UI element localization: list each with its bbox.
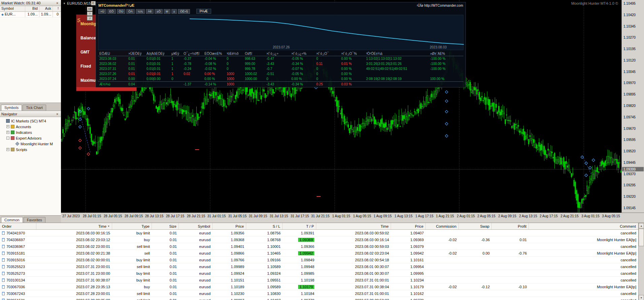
mw-column-item: ! bbox=[53, 6, 60, 11]
history-row[interactable]: 7035252732023.07.31 23:00:00buy limit0.0… bbox=[0, 270, 644, 277]
commander-button-item[interactable]: ÓÈ»§ bbox=[178, 9, 190, 14]
history-cell-price: 1.09995 bbox=[391, 271, 426, 275]
chevron-down-icon[interactable]: ▼ bbox=[63, 2, 66, 5]
history-cell-symbol: eurusd bbox=[179, 238, 213, 242]
history-col-swap[interactable]: Swap bbox=[459, 223, 492, 229]
expert-toggle-button[interactable]: E bbox=[91, 1, 96, 5]
tab-symbols[interactable]: Symbols bbox=[1, 105, 22, 111]
commander-button-item[interactable]: ÖÛ bbox=[117, 9, 126, 14]
commander-button-item[interactable]: ±Ô bbox=[155, 9, 163, 14]
stat-cell: 2023.07.24 bbox=[98, 77, 127, 81]
stat-cell: 0.01 bbox=[127, 62, 145, 66]
history-cell-t-p: 1.09948 bbox=[283, 265, 316, 269]
history-cell-order: 703525273 bbox=[0, 271, 36, 275]
nav-item-indicators[interactable]: +Indicators bbox=[0, 129, 61, 135]
stat-cell: 0.01|0.01 bbox=[145, 72, 170, 76]
tab-tick-chart[interactable]: Tick Chart bbox=[23, 105, 46, 111]
price-scale[interactable]: 1.104951.104201.103451.102701.101951.101… bbox=[621, 0, 644, 213]
history-cell-t-p: 1.09369 bbox=[283, 238, 316, 242]
tree-expand-icon[interactable]: + bbox=[6, 125, 9, 128]
history-row[interactable]: 7030670362023.07.28 23:35:13buy0.01eurus… bbox=[0, 284, 644, 290]
mtcommander-url[interactable]: ¹ÙÍø http://MTCommander.com bbox=[417, 4, 463, 7]
ea-mini-button-item[interactable]: ? bbox=[87, 11, 93, 16]
history-cell-price: 1.10189 bbox=[213, 285, 246, 289]
tp-hit-badge: 1.10179 bbox=[298, 285, 314, 289]
chart-symbol-label: ▼ EURUSD,M15 bbox=[63, 1, 91, 5]
indicators-icon bbox=[11, 130, 14, 134]
commander-button-item[interactable]: ± bbox=[171, 9, 177, 14]
history-col-price[interactable]: Price bbox=[213, 223, 246, 229]
history-cell-symbol: eurusd bbox=[179, 285, 213, 289]
statistics-row: 2023.08.030.010.01|0.011-0.37-0.04 %0998… bbox=[98, 56, 463, 61]
history-row[interactable]: 7043366972023.08.02 23:03:12buy0.01eurus… bbox=[0, 236, 644, 243]
history-col-price[interactable]: Price bbox=[391, 223, 426, 229]
stat-cell: -0.04 % bbox=[203, 57, 225, 61]
tab-common[interactable]: Common bbox=[1, 217, 23, 223]
order-number: 703067243 bbox=[6, 292, 25, 296]
scroll-up-icon[interactable]: ▲ bbox=[639, 223, 644, 228]
history-col-time[interactable]: Time bbox=[316, 223, 391, 229]
history-col-type[interactable]: Type bbox=[112, 223, 152, 229]
market-watch-body bbox=[0, 17, 61, 103]
history-cell-comment: cancelled bbox=[529, 245, 638, 249]
scroll-thumb[interactable] bbox=[639, 229, 644, 246]
history-col-profit[interactable]: Profit bbox=[492, 223, 529, 229]
tree-expand-icon[interactable]: + bbox=[6, 131, 9, 134]
history-row[interactable]: 7043369672023.08.02 23:00:01sell limit0.… bbox=[0, 243, 644, 250]
commander-button-item[interactable]: ¼¾ bbox=[136, 9, 145, 14]
commander-button-e[interactable]: EÖ bbox=[107, 9, 116, 14]
close-icon[interactable]: × bbox=[55, 1, 60, 5]
scroll-down-icon[interactable]: ▼ bbox=[639, 295, 644, 300]
history-col-symbol[interactable]: Symbol bbox=[179, 223, 213, 229]
tree-expand-icon[interactable]: + bbox=[6, 148, 9, 151]
market-watch-symbol-row[interactable]: ◆EUR...1.09...1.09...0 bbox=[0, 12, 61, 17]
history-col-t-p[interactable]: T / P bbox=[283, 223, 316, 229]
nav-item-scripts[interactable]: +Scripts bbox=[0, 147, 61, 152]
commander-button-m[interactable]: M bbox=[164, 9, 170, 14]
history-cell-price: 1.10234 bbox=[391, 278, 426, 282]
history-cell-symbol: eurusd bbox=[179, 258, 213, 262]
history-row[interactable]: 7030672432023.07.28 23:00:01sell limit0.… bbox=[0, 290, 644, 297]
commander-button-item[interactable]: ÕÄ bbox=[126, 9, 135, 14]
commander-button-item[interactable]: »Ü bbox=[98, 9, 106, 14]
nav-item-ic-markets-sc-mt4[interactable]: IC Markets (SC) MT4 bbox=[0, 118, 61, 124]
close-icon[interactable]: × bbox=[55, 112, 60, 116]
nav-item-expert-advisors[interactable]: -Expert Advisors bbox=[0, 135, 61, 141]
ea-mini-button-ab[interactable]: AB bbox=[87, 7, 93, 11]
history-col-commission[interactable]: Commission bbox=[426, 223, 459, 229]
history-cell-symbol: eurusd bbox=[179, 271, 213, 275]
nav-item-moonlight-hunter-m[interactable]: Moonlight Hunter M bbox=[0, 141, 61, 147]
history-row[interactable]: 7039151812023.08.02 00:21:38sell0.01euru… bbox=[0, 250, 644, 257]
nav-item-label: Accounts bbox=[16, 125, 31, 129]
time-label: 2 Aug 09:15 bbox=[498, 214, 516, 218]
nav-item-accounts[interactable]: +Accounts bbox=[0, 124, 61, 129]
history-cell-commission: -0.02 bbox=[426, 238, 459, 242]
history-row[interactable]: 7026515212023.07.28 00:25:08sell limit0.… bbox=[0, 297, 644, 300]
tree-expand-icon[interactable]: - bbox=[6, 137, 9, 140]
time-label: 31 Jul 05:15 bbox=[228, 214, 247, 218]
chart-area[interactable]: ▼ EURUSD,M15 E AB?J Moonlight Hunter MT4… bbox=[61, 0, 621, 213]
history-cell-time: 2023.08.03 00:59:03 bbox=[316, 245, 391, 249]
ea-mini-button-j[interactable]: J bbox=[87, 16, 93, 21]
history-row[interactable]: 7043419702023.08.03 00:16:15buy limit0.0… bbox=[0, 230, 644, 236]
history-col-time[interactable]: Time▼ bbox=[36, 223, 112, 229]
time-axis[interactable]: 27 Jul 202328 Jul 01:1528 Jul 05:1528 Ju… bbox=[61, 213, 644, 223]
history-cell-price: 1.09942 bbox=[391, 251, 426, 255]
commander-button-item[interactable]: Âê bbox=[146, 9, 154, 14]
history-row[interactable]: 7031001342023.07.31 00:38:07buy limit0.0… bbox=[0, 277, 644, 284]
terminal-scrollbar[interactable]: ▲ ▼ bbox=[638, 223, 644, 300]
history-cell-price: 1.09401 bbox=[213, 245, 246, 249]
history-col-size[interactable]: Size bbox=[152, 223, 179, 229]
history-cell-type: sell limit bbox=[112, 245, 152, 249]
history-row[interactable]: 7035255232023.07.31 23:00:01sell limit0.… bbox=[0, 263, 644, 270]
history-rows: 7043419702023.08.03 00:16:15buy limit0.0… bbox=[0, 230, 644, 300]
stat-cell: 0.00|0.00 bbox=[145, 77, 170, 81]
history-row[interactable]: 7039150162023.08.02 00:00:01buy limit0.0… bbox=[0, 257, 644, 263]
tab-favorites[interactable]: Favorites bbox=[24, 217, 45, 223]
history-col-s-l[interactable]: S / L bbox=[246, 223, 283, 229]
commander-tab-statistics[interactable]: Í³¼Æ bbox=[196, 9, 211, 14]
stat-col-header: ³Ö²ÖÊ±¼ä bbox=[365, 52, 429, 55]
history-col-order[interactable]: Order bbox=[0, 223, 36, 229]
history-col-comment[interactable]: Comment bbox=[529, 223, 638, 229]
stat-cell: 0.01|0.01 bbox=[145, 57, 170, 61]
